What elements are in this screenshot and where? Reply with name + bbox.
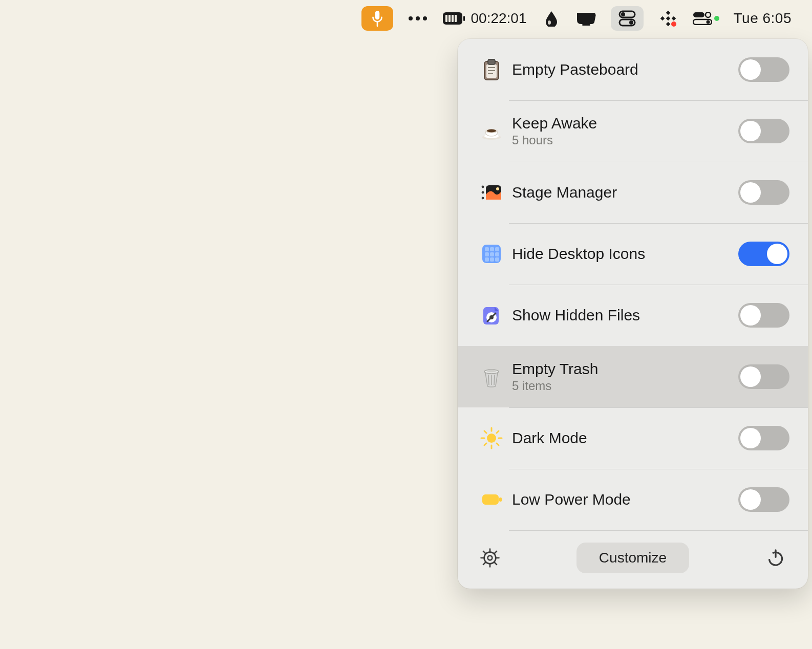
customize-button[interactable]: Customize	[576, 543, 689, 573]
row-keep-awake[interactable]: Keep Awake 5 hours	[458, 100, 808, 162]
svg-point-3	[416, 16, 420, 20]
svg-point-14	[621, 12, 625, 16]
svg-line-78	[483, 551, 485, 553]
menubar-clock[interactable]: Tue 6:05	[734, 6, 792, 31]
svg-line-80	[483, 563, 485, 565]
toggle-dark-mode[interactable]	[738, 426, 789, 450]
row-title: Hide Desktop Icons	[512, 245, 738, 263]
row-title: Keep Awake	[512, 115, 738, 132]
desktop-grid-icon	[476, 242, 507, 266]
svg-rect-23	[693, 12, 704, 17]
menubar-grid-app[interactable]	[658, 6, 678, 31]
clock-text: Tue 6:05	[734, 10, 792, 27]
mic-recording-indicator[interactable]	[361, 6, 393, 31]
display-icon	[576, 11, 596, 26]
svg-rect-43	[485, 247, 489, 251]
menubar-droplet[interactable]	[541, 6, 562, 31]
row-title: Dark Mode	[512, 429, 738, 447]
row-show-hidden-files[interactable]: Show Hidden Files	[458, 285, 808, 346]
svg-rect-18	[660, 16, 664, 20]
svg-rect-0	[375, 11, 379, 19]
svg-rect-8	[448, 15, 451, 22]
toggle-stage-manager[interactable]	[738, 180, 789, 205]
menubar-display[interactable]	[576, 6, 596, 31]
power-button[interactable]	[764, 546, 787, 570]
menubar-onesw-app[interactable]	[611, 6, 644, 31]
svg-point-41	[496, 187, 499, 190]
row-hide-desktop-icons[interactable]: Hide Desktop Icons	[458, 223, 808, 285]
settings-button[interactable]	[478, 546, 502, 570]
row-subtitle: 5 hours	[512, 133, 738, 147]
overflow-menu-icon[interactable]	[408, 6, 428, 31]
row-title: Stage Manager	[512, 184, 738, 201]
toggle-keep-awake[interactable]	[738, 119, 789, 143]
svg-point-55	[489, 315, 494, 319]
trash-icon	[476, 364, 507, 389]
toggle-show-hidden-files[interactable]	[738, 303, 789, 328]
svg-point-61	[487, 434, 496, 443]
svg-point-60	[487, 370, 496, 373]
svg-rect-70	[482, 494, 499, 505]
svg-rect-50	[490, 257, 494, 262]
hidden-files-icon	[476, 303, 507, 328]
svg-point-37	[482, 186, 484, 188]
row-subtitle: 5 items	[512, 379, 738, 393]
svg-rect-12	[582, 24, 590, 26]
row-low-power-mode[interactable]: Low Power Mode	[458, 469, 808, 530]
svg-point-16	[629, 20, 633, 25]
ellipsis-icon	[408, 15, 428, 21]
sun-icon	[476, 426, 507, 450]
switches-panel: Empty Pasteboard Keep Awake 5 hours	[458, 39, 808, 589]
svg-rect-20	[671, 16, 675, 20]
svg-rect-46	[485, 252, 489, 256]
battery-level-icon	[442, 12, 465, 25]
svg-point-11	[548, 20, 551, 25]
toggle-low-power-mode[interactable]	[738, 487, 789, 512]
svg-line-68	[484, 443, 486, 445]
battery-icon	[476, 487, 507, 512]
timer-text: 00:22:01	[471, 10, 527, 27]
row-dark-mode[interactable]: Dark Mode	[458, 407, 808, 469]
droplet-icon	[545, 10, 558, 27]
svg-rect-49	[485, 257, 489, 262]
svg-point-22	[671, 21, 676, 27]
svg-line-66	[484, 431, 486, 433]
control-center-icon	[693, 12, 712, 25]
coffee-cup-icon	[476, 119, 507, 143]
switches-app-icon	[618, 9, 636, 28]
svg-point-26	[706, 20, 710, 24]
customize-label: Customize	[599, 550, 667, 566]
svg-rect-48	[495, 252, 499, 256]
row-empty-pasteboard[interactable]: Empty Pasteboard	[458, 39, 808, 100]
svg-rect-47	[490, 252, 494, 256]
svg-rect-17	[666, 11, 670, 15]
row-title: Empty Trash	[512, 360, 738, 378]
status-dot-icon	[714, 16, 719, 21]
toggle-empty-trash[interactable]	[738, 364, 789, 389]
row-title: Empty Pasteboard	[512, 61, 738, 78]
svg-point-73	[488, 556, 493, 560]
svg-point-39	[482, 197, 484, 200]
stage-manager-icon	[476, 180, 507, 205]
clipboard-icon	[476, 57, 507, 82]
svg-line-56	[488, 375, 489, 385]
svg-line-79	[495, 563, 497, 565]
svg-point-4	[423, 16, 427, 20]
svg-line-69	[497, 431, 499, 433]
svg-line-81	[495, 551, 497, 553]
svg-point-2	[409, 16, 413, 20]
svg-rect-44	[490, 247, 494, 251]
svg-rect-29	[488, 59, 495, 64]
diamond-grid-icon	[660, 10, 676, 27]
toggle-empty-pasteboard[interactable]	[738, 57, 789, 82]
row-empty-trash[interactable]: Empty Trash 5 items	[458, 346, 808, 407]
svg-point-24	[706, 12, 711, 17]
panel-footer: Customize	[458, 530, 808, 589]
svg-rect-7	[445, 15, 447, 22]
menubar-control-center[interactable]	[693, 6, 719, 31]
svg-rect-10	[455, 15, 457, 22]
row-title: Low Power Mode	[512, 491, 738, 508]
row-stage-manager[interactable]: Stage Manager	[458, 162, 808, 223]
recording-timer[interactable]: 00:22:01	[442, 6, 527, 31]
toggle-hide-desktop-icons[interactable]	[738, 242, 789, 266]
